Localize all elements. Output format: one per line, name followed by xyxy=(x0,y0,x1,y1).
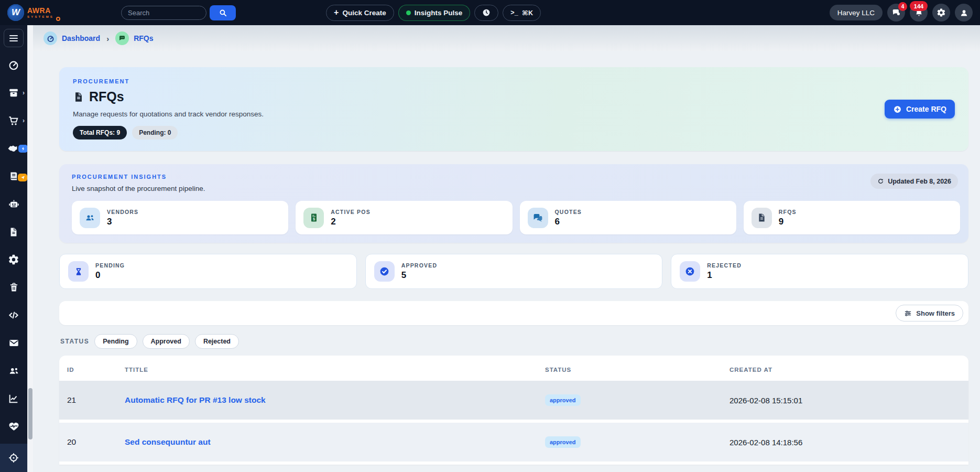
filter-chip-approved[interactable]: Approved xyxy=(143,334,190,349)
rfq-table: ID TTITLE STATUS CREATED AT 21 Automatic… xyxy=(59,356,968,465)
page-title: RFQs xyxy=(89,89,124,104)
trash-icon xyxy=(8,282,19,293)
navbar-search xyxy=(121,5,236,20)
rfq-title-link[interactable]: Sed consequuntur aut xyxy=(125,437,211,447)
gear-icon xyxy=(8,254,19,265)
create-rfq-button[interactable]: Create RFQ xyxy=(885,100,955,119)
show-filters-button[interactable]: Show filters xyxy=(896,305,963,321)
filter-chip-pending[interactable]: Pending xyxy=(94,334,137,349)
app-root: W AWRA SYSTEMS + Quick Create Insight xyxy=(0,0,980,472)
cell-id: 21 xyxy=(67,395,125,405)
sidebar-item-target[interactable] xyxy=(7,452,20,464)
column-header-created-at[interactable]: CREATED AT xyxy=(729,367,968,373)
status-filter-label: STATUS xyxy=(60,338,89,345)
hourglass-icon xyxy=(68,261,89,282)
sidebar-item-vendors[interactable] xyxy=(6,142,21,155)
brand-dot xyxy=(56,17,60,21)
profile-button[interactable] xyxy=(955,4,973,22)
content-scrollbar[interactable] xyxy=(27,25,33,472)
sidebar-item-developer[interactable] xyxy=(6,309,21,321)
plus-icon: + xyxy=(334,8,339,17)
invoice-icon: $ xyxy=(303,208,324,228)
scrollbar-thumb[interactable] xyxy=(28,388,32,439)
stat-label: VENDORS xyxy=(107,209,138,215)
settings-button[interactable] xyxy=(932,4,950,22)
search-icon xyxy=(219,8,227,17)
column-header-status[interactable]: STATUS xyxy=(545,367,729,373)
refresh-updated-button[interactable]: Updated Feb 8, 2026 xyxy=(870,174,958,189)
chevron-right-icon: › xyxy=(23,117,25,124)
company-selector[interactable]: Harvey LLC xyxy=(830,5,883,20)
sidebar-item-dashboard[interactable] xyxy=(6,59,21,71)
document-icon xyxy=(752,208,772,228)
code-icon xyxy=(7,309,20,321)
notifications-count-badge: 144 xyxy=(910,1,928,11)
sidebar-item-catalog[interactable] xyxy=(6,170,21,183)
procurement-insights-card: PROCUREMENT INSIGHTS Live snapshot of th… xyxy=(59,164,968,243)
top-navbar: W AWRA SYSTEMS + Quick Create Insight xyxy=(0,0,980,25)
sidebar-toggle-button[interactable] xyxy=(4,29,24,47)
gear-icon xyxy=(937,8,946,17)
stat-card-rfqs[interactable]: RFQS 9 xyxy=(744,201,960,234)
status-card-pending[interactable]: PENDING 0 xyxy=(59,254,357,289)
filter-chip-rejected[interactable]: Rejected xyxy=(195,334,239,349)
clock-icon xyxy=(482,8,491,17)
gauge-icon xyxy=(8,59,19,71)
cell-created-at: 2026-02-08 14:18:56 xyxy=(729,438,968,447)
stat-card-vendors[interactable]: VENDORS 3 xyxy=(72,201,288,234)
rfq-header-card: PROCUREMENT RFQs Manage requests for quo… xyxy=(59,67,968,151)
table-row[interactable]: 20 Sed consequuntur aut approved 2026-02… xyxy=(59,423,968,462)
users-icon xyxy=(80,208,100,228)
table-row[interactable]: 21 Automatic RFQ for PR #13 low stock ap… xyxy=(59,381,968,420)
sidebar-item-analytics[interactable] xyxy=(6,392,21,405)
main-content: Dashboard › RFQs PROCUREMENT RFQs xyxy=(33,25,980,472)
shortcut-key: ⌘K xyxy=(522,9,533,17)
breadcrumb-rfqs-link[interactable]: RFQs xyxy=(134,34,153,42)
history-clock-button[interactable] xyxy=(474,5,498,21)
search-input[interactable] xyxy=(121,6,206,20)
cart-icon xyxy=(8,115,20,127)
column-header-title[interactable]: TTITLE xyxy=(125,367,545,373)
search-button[interactable] xyxy=(210,5,236,20)
stat-card-quotes[interactable]: QUOTES 6 xyxy=(520,201,736,234)
cell-created-at: 2026-02-08 15:15:01 xyxy=(729,396,968,405)
robot-icon xyxy=(8,198,20,210)
stat-label: ACTIVE POS xyxy=(331,209,371,215)
command-palette-button[interactable]: >_ ⌘K xyxy=(503,5,541,21)
sidebar-item-trash[interactable] xyxy=(6,281,21,294)
stat-value: 9 xyxy=(779,217,797,227)
mail-icon xyxy=(8,337,20,349)
quick-create-button[interactable]: + Quick Create xyxy=(326,5,394,21)
sidebar-item-mail[interactable] xyxy=(6,337,21,349)
stat-value: 0 xyxy=(95,270,125,281)
refresh-icon xyxy=(877,178,884,185)
rfq-title-link[interactable]: Automatic RFQ for PR #13 low stock xyxy=(125,395,266,405)
messages-button[interactable]: 4 xyxy=(887,4,905,22)
messages-count-badge: 4 xyxy=(898,2,907,11)
sidebar-item-users[interactable] xyxy=(6,364,21,377)
insights-pulse-button[interactable]: Insights Pulse xyxy=(398,5,471,21)
status-summary-row: PENDING 0 APPROVED 5 xyxy=(59,254,968,289)
status-card-rejected[interactable]: REJECTED 1 xyxy=(671,254,968,289)
brand-logo[interactable]: W AWRA SYSTEMS xyxy=(7,4,60,21)
crosshair-icon xyxy=(8,452,19,464)
stat-value: 5 xyxy=(401,270,438,281)
notifications-button[interactable]: 144 xyxy=(910,4,928,22)
sidebar: › › xyxy=(0,25,27,472)
stat-label: QUOTES xyxy=(555,209,582,215)
sidebar-item-purchasing[interactable]: › xyxy=(6,114,21,127)
sidebar-item-documents[interactable] xyxy=(6,226,21,238)
terminal-prompt-icon: >_ xyxy=(510,9,518,16)
breadcrumb-dashboard-link[interactable]: Dashboard xyxy=(62,34,100,42)
stat-card-active-pos[interactable]: $ ACTIVE POS 2 xyxy=(296,201,512,234)
breadcrumb: Dashboard › RFQs xyxy=(33,25,980,51)
sidebar-item-assistant[interactable] xyxy=(6,198,21,210)
sidebar-item-settings[interactable] xyxy=(6,253,21,266)
total-rfqs-badge: Total RFQs: 9 xyxy=(73,126,127,140)
sidebar-item-health[interactable] xyxy=(6,420,21,433)
sidebar-item-inventory[interactable]: › xyxy=(6,87,21,99)
column-header-id[interactable]: ID xyxy=(67,367,125,373)
breadcrumb-separator: › xyxy=(106,34,109,43)
stat-label: REJECTED xyxy=(707,262,742,269)
status-card-approved[interactable]: APPROVED 5 xyxy=(365,254,663,289)
